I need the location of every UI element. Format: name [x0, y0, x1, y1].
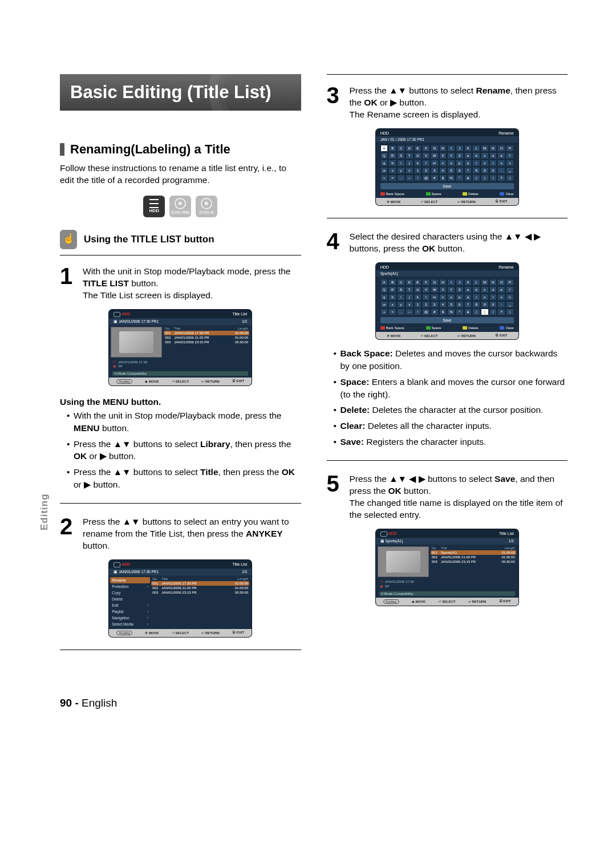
- osd-key: H: [439, 279, 447, 286]
- dvdrw-badge-icon: ✽DVD-RW: [169, 196, 191, 217]
- osd-key: F: [422, 279, 430, 286]
- osd-key: -: [497, 167, 505, 174]
- osd-key: e: [497, 152, 505, 159]
- osd-key: a: [464, 152, 472, 159]
- osd-key: 9: [481, 167, 489, 174]
- osd-key: 8: [472, 167, 480, 174]
- osd-key: =: [388, 309, 396, 315]
- osd-key: 1: [414, 301, 422, 308]
- osd-key: H: [439, 145, 447, 152]
- osd-key: #: [431, 309, 439, 315]
- osd-key: p: [456, 294, 464, 301]
- osd-key: n: [439, 160, 447, 167]
- osd-key: z: [406, 301, 414, 308]
- osd-key: r: [472, 160, 480, 167]
- osd-key: %: [447, 309, 455, 315]
- sidebar-section-label: Editing: [39, 493, 50, 530]
- osd-key: g: [380, 160, 388, 167]
- osd-key: Q: [380, 286, 388, 293]
- osd-key: ?: [497, 309, 505, 315]
- osd-key: v: [506, 294, 514, 301]
- osd-key: q: [464, 160, 472, 167]
- osd-key: f: [506, 286, 514, 293]
- osd-key: N: [489, 279, 497, 286]
- step1-bold: TITLE LIST: [83, 278, 129, 288]
- osd-key: y: [397, 167, 405, 174]
- osd-key: ^: [456, 175, 464, 181]
- osd-key: S: [397, 152, 405, 159]
- osd-key: 5: [447, 301, 455, 308]
- menu-bullet-list: With the unit in Stop mode/Playback mode…: [60, 409, 301, 490]
- osd-key: c: [481, 152, 489, 159]
- media-badges: HDD ✽DVD-RW ✽DVD-R: [60, 196, 301, 217]
- osd-key: U: [414, 152, 422, 159]
- osd-key: X: [439, 152, 447, 159]
- osd-key: M: [481, 279, 489, 286]
- osd-key: $: [439, 175, 447, 181]
- step-number: 5: [327, 473, 344, 521]
- osd-preview-thumb: [378, 546, 429, 577]
- osd-key: n: [439, 294, 447, 301]
- osd-key: D: [406, 279, 414, 286]
- osd-key: t: [489, 160, 497, 167]
- osd-key: E: [414, 145, 422, 152]
- osd-key: G: [431, 145, 439, 152]
- osd-key: b: [472, 152, 480, 159]
- osd-anykey-menu: Rename Protection› Copy Delete Edit› Pla…: [109, 575, 151, 629]
- osd-key: 0: [489, 167, 497, 174]
- osd-key: 2: [422, 301, 430, 308]
- osd-key: R: [388, 152, 396, 159]
- osd-key: j: [406, 294, 414, 301]
- osd-key: A: [380, 145, 388, 152]
- page-footer: 90 - English: [60, 697, 568, 709]
- osd-key: r: [472, 294, 480, 301]
- osd-key: K: [464, 145, 472, 152]
- osd-key: ^: [456, 309, 464, 315]
- osd-key: s: [481, 294, 489, 301]
- osd-key: C: [397, 279, 405, 286]
- osd-key: 3: [431, 301, 439, 308]
- osd-key: R: [388, 286, 396, 293]
- osd-key: d: [489, 286, 497, 293]
- step-number: 2: [60, 516, 77, 552]
- osd-key: $: [439, 309, 447, 315]
- osd-key: k: [414, 160, 422, 167]
- osd-key: P: [506, 145, 514, 152]
- osd-key: !: [414, 175, 422, 181]
- dvdr-badge-icon: ✽DVD-R: [196, 196, 217, 217]
- osd-key: j: [406, 160, 414, 167]
- step1-text: With the unit in Stop mode/Playback mode…: [83, 266, 290, 276]
- step-4: 4 Select the desired characters using th…: [327, 231, 568, 255]
- osd-key: ): [481, 309, 489, 315]
- osd-key: 1: [414, 167, 422, 174]
- osd-rename-keyboard-paren: HDDRename Sports(A1) ABCDEFGHIJKLMNOPQRS…: [376, 263, 518, 339]
- osd-key: z: [406, 167, 414, 174]
- osd-key: ␣: [506, 167, 514, 174]
- step-number: 3: [327, 85, 344, 121]
- osd-key: ~: [406, 309, 414, 315]
- osd-key: i: [397, 294, 405, 301]
- osd-key: W: [431, 286, 439, 293]
- osd-key: O: [497, 145, 505, 152]
- osd-key: o: [447, 160, 455, 167]
- osd-key: g: [380, 294, 388, 301]
- osd-key: C: [397, 145, 405, 152]
- osd-key: t: [489, 294, 497, 301]
- osd-key: /: [489, 175, 497, 181]
- osd-key: E: [414, 279, 422, 286]
- osd-key: 8: [472, 301, 480, 308]
- osd-key: &: [464, 309, 472, 315]
- osd-key: h: [388, 160, 396, 167]
- osd-key: #: [431, 175, 439, 181]
- osd-key: F: [422, 145, 430, 152]
- osd-key: I: [447, 145, 455, 152]
- osd-key: ): [481, 175, 489, 181]
- remote-button-icon: [60, 230, 77, 249]
- osd-key: k: [414, 294, 422, 301]
- osd-key: c: [481, 286, 489, 293]
- osd-key: w: [380, 167, 388, 174]
- osd-key: -: [497, 301, 505, 308]
- osd-key: e: [497, 286, 505, 293]
- osd-key: N: [489, 145, 497, 152]
- osd-key: G: [431, 279, 439, 286]
